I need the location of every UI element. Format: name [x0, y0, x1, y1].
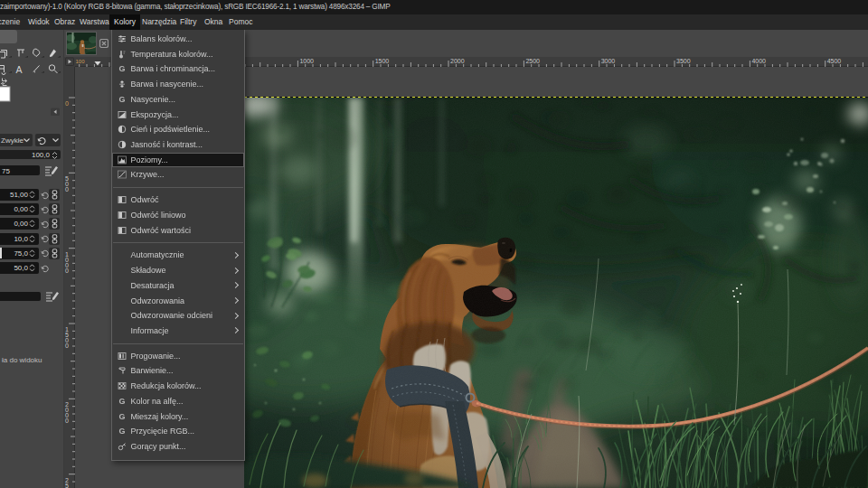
svg-text:100: 100: [76, 59, 86, 64]
svg-text:3500: 3500: [676, 58, 691, 64]
svg-text:2500: 2500: [525, 58, 540, 64]
svg-text:0: 0: [65, 100, 69, 107]
svg-text:4500: 4500: [827, 58, 842, 64]
svg-text:3000: 3000: [601, 58, 616, 64]
svg-text:A: A: [16, 64, 23, 75]
svg-text:0: 0: [65, 418, 69, 424]
svg-text:0: 0: [65, 186, 69, 192]
svg-text:4000: 4000: [751, 58, 766, 64]
svg-text:0: 0: [65, 267, 69, 274]
svg-text:0: 0: [65, 343, 69, 349]
svg-text:1500: 1500: [375, 58, 390, 64]
svg-text:2000: 2000: [450, 58, 465, 64]
svg-text:1000: 1000: [299, 58, 314, 64]
